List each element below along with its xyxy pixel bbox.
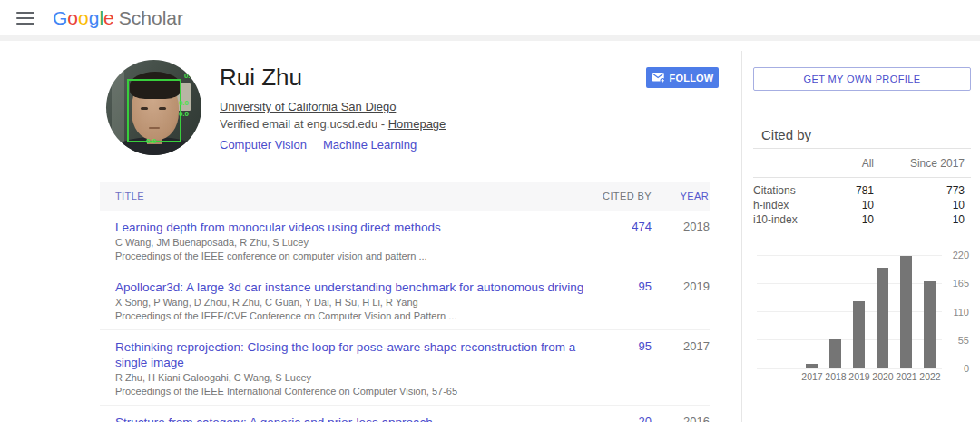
publication-year: 2018 — [652, 220, 710, 262]
publication-row: Structure from category: A generic and p… — [100, 406, 710, 422]
chart-bar-slot — [918, 255, 942, 368]
citation-bar-2022[interactable] — [924, 281, 936, 368]
logo-letter: G — [53, 7, 67, 28]
divider — [753, 148, 971, 149]
chart-xlabel: 2021 — [895, 371, 918, 382]
column-all: All — [819, 157, 874, 170]
publication-authors: R Zhu, H Kiani Galoogahi, C Wang, S Luce… — [115, 371, 588, 384]
publication-title-link[interactable]: Structure from category: A generic and p… — [115, 415, 588, 422]
chart-ytick-label: 0 — [940, 363, 969, 374]
chart-xlabel: 2022 — [918, 371, 942, 382]
chart-ytick-label: 220 — [940, 250, 969, 260]
cited-by-count-link[interactable]: 95 — [639, 280, 652, 293]
chart-xlabel: 2017 — [800, 371, 824, 382]
citations-per-year-chart: 055110165220 — [753, 255, 971, 368]
cited-by-count-link[interactable]: 474 — [632, 220, 652, 233]
citation-bar-2018[interactable] — [829, 339, 841, 368]
publication-title-link[interactable]: Apollocar3d: A large 3d car instance und… — [115, 280, 588, 295]
cited-by-count-link[interactable]: 95 — [639, 339, 652, 353]
envelope-plus-icon — [652, 72, 665, 83]
publication-title-link[interactable]: Rethinking reprojection: Closing the loo… — [115, 339, 588, 370]
column-since-2017: Since 2017 — [874, 157, 965, 170]
detection-score-label: 0.0 — [184, 73, 194, 80]
chart-xlabel: 2018 — [824, 371, 848, 382]
stat-value-all: 10 — [819, 212, 874, 227]
publication-venue: Proceedings of the IEEE International Co… — [115, 385, 588, 397]
chart-bar-slot — [871, 255, 895, 368]
sort-by-year-header[interactable]: YEAR — [652, 191, 710, 201]
publication-main: Structure from category: A generic and p… — [100, 415, 588, 422]
face-detection-box — [127, 79, 181, 142]
divider — [753, 177, 971, 178]
publication-cited-by: 474 — [588, 220, 652, 262]
cited-by-header: CITED BY — [588, 191, 652, 201]
publication-authors: C Wang, JM Buenaposada, R Zhu, S Lucey — [115, 236, 588, 249]
publication-year: 2017 — [652, 339, 710, 397]
cited-by-title: Cited by — [761, 127, 811, 142]
detection-score-label: 0.0 — [179, 100, 189, 107]
sort-by-title-header[interactable]: TITLE — [100, 191, 588, 201]
publication-main: Rethinking reprojection: Closing the loo… — [100, 339, 588, 397]
interest-link-machine-learning[interactable]: Machine Learning — [323, 138, 416, 152]
stat-value-since: 10 — [874, 212, 965, 227]
chart-year-labels: 201720182019202020212022 — [800, 371, 942, 382]
logo-letter: o — [67, 7, 78, 28]
stat-row: h-index1010 — [753, 198, 965, 212]
citation-bar-2020[interactable] — [877, 268, 888, 368]
scholar-logo-word: Scholar — [119, 7, 183, 29]
stat-label: Citations — [753, 183, 819, 198]
publication-cited-by: 95 — [588, 339, 652, 397]
follow-button-label: FOLLOW — [670, 73, 714, 83]
chart-bar-slot — [824, 255, 848, 368]
publication-main: Apollocar3d: A large 3d car instance und… — [100, 280, 588, 322]
header-divider — [0, 35, 980, 41]
chart-bar-slot — [895, 255, 918, 368]
cited-by-column-headers: All Since 2017 — [753, 157, 965, 170]
stat-label: h-index — [753, 198, 819, 212]
publication-cited-by: 20 — [588, 415, 652, 422]
cited-by-stats: Citations781773h-index1010i10-index1010 — [753, 183, 965, 227]
chart-ytick-label: 55 — [940, 335, 969, 346]
menu-icon[interactable] — [16, 12, 34, 25]
citation-bar-2017[interactable] — [806, 364, 818, 368]
stat-value-all: 781 — [819, 183, 874, 198]
follow-button[interactable]: FOLLOW — [646, 67, 719, 88]
publication-cited-by: 95 — [588, 280, 652, 322]
publication-authors: X Song, P Wang, D Zhou, R Zhu, C Guan, Y… — [115, 296, 588, 309]
stat-value-since: 10 — [874, 198, 965, 212]
publications-table: TITLE CITED BY YEAR Learning depth from … — [100, 182, 710, 422]
logo-letter: e — [103, 7, 114, 28]
verified-email-text: Verified email at eng.ucsd.edu - — [220, 117, 388, 131]
publication-venue: Proceedings of the IEEE/CVF Conference o… — [115, 309, 588, 322]
citation-bar-2021[interactable] — [900, 256, 912, 368]
sidebar: GET MY OWN PROFILE Cited by All Since 20… — [753, 59, 971, 422]
chart-bars — [800, 255, 942, 368]
google-logo-word: Google — [53, 7, 114, 29]
publication-year: 2019 — [652, 280, 710, 322]
homepage-link[interactable]: Homepage — [388, 117, 446, 131]
interests-list: Computer VisionMachine Learning — [220, 138, 446, 152]
detection-score-label: 0.0 — [146, 138, 156, 145]
publication-row: Apollocar3d: A large 3d car instance und… — [100, 270, 710, 330]
profile-info: Rui Zhu University of California San Die… — [220, 64, 446, 152]
stat-label: i10-index — [753, 212, 819, 227]
chart-bar-slot — [848, 255, 871, 368]
top-bar: Google Scholar — [0, 0, 980, 35]
publication-row: Rethinking reprojection: Closing the loo… — [100, 330, 710, 406]
avatar[interactable]: 0.00.00.00.0 — [106, 60, 201, 155]
publication-year: 2016 — [652, 415, 710, 422]
detection-score-label: 0.0 — [179, 111, 189, 118]
cited-by-count-link[interactable]: 20 — [639, 415, 652, 422]
interest-link-computer-vision[interactable]: Computer Vision — [220, 138, 307, 152]
chart-xlabel: 2020 — [871, 371, 895, 382]
stat-value-since: 773 — [874, 183, 965, 198]
scholar-logo[interactable]: Google Scholar — [53, 7, 183, 29]
publication-title-link[interactable]: Learning depth from monocular videos usi… — [115, 220, 588, 235]
affiliation-link[interactable]: University of California San Diego — [220, 100, 396, 113]
logo-letter: g — [89, 7, 100, 28]
publication-venue: Proceedings of the IEEE conference on co… — [115, 250, 588, 262]
citation-bar-2019[interactable] — [853, 301, 865, 368]
get-my-own-profile-button[interactable]: GET MY OWN PROFILE — [753, 67, 971, 91]
chart-ytick-label: 110 — [940, 307, 969, 318]
stat-row: Citations781773 — [753, 183, 965, 198]
